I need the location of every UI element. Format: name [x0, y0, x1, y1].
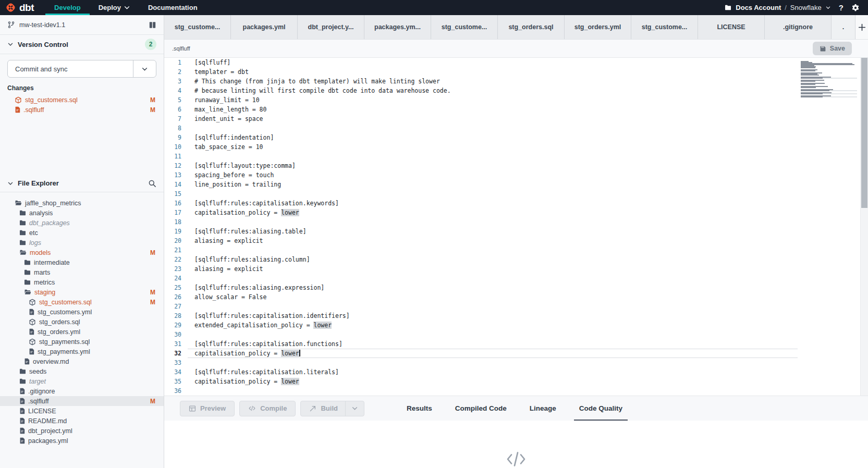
code-line-1[interactable]: 1[sqlfluff]	[164, 58, 868, 67]
tree-item-packages.yml[interactable]: packages.yml	[0, 436, 164, 446]
nav-item-develop[interactable]: Develop	[45, 0, 90, 15]
tree-item-models[interactable]: modelsM	[0, 248, 164, 257]
tree-item-.sqlfluff[interactable]: .sqlfluffM	[0, 396, 164, 406]
tree-item-.gitignore[interactable]: .gitignore	[0, 386, 164, 396]
tree-item-stg_customers.yml[interactable]: stg_customers.yml	[0, 307, 164, 317]
tree-item-stg_orders.yml[interactable]: stg_orders.yml	[0, 327, 164, 337]
code-line-13[interactable]: 13spacing_before = touch	[164, 170, 868, 180]
code-line-17[interactable]: 17capitalisation_policy = lower	[164, 208, 868, 217]
code-line-34[interactable]: 34[sqlfluff:rules:capitalisation.literal…	[164, 367, 868, 377]
code-line-14[interactable]: 14line_position = trailing	[164, 180, 868, 189]
tree-item-target[interactable]: target	[0, 376, 164, 386]
nav-item-deploy[interactable]: Deploy	[90, 0, 139, 15]
tree-item-logs[interactable]: logs	[0, 238, 164, 248]
code-line-15[interactable]: 15	[164, 189, 868, 199]
change-item[interactable]: .sqlfluffM	[0, 105, 164, 115]
nav-item-documentation[interactable]: Documentation	[139, 0, 206, 15]
code-line-31[interactable]: 31[sqlfluff:rules:capitalisation.functio…	[164, 339, 868, 349]
commit-options-chevron[interactable]	[133, 60, 156, 77]
version-control-header[interactable]: Version Control 2	[0, 35, 164, 54]
file-tab[interactable]: stg_orders.yml	[565, 15, 631, 39]
file-tab[interactable]: .	[832, 15, 855, 39]
code-line-7[interactable]: 7indent_unit = space	[164, 114, 868, 124]
code-line-23[interactable]: 23aliasing = explicit	[164, 264, 868, 274]
code-line-6[interactable]: 6max_line_length = 80	[164, 105, 868, 114]
code-line-11[interactable]: 11	[164, 152, 868, 161]
file-tab[interactable]: packages.ym...	[364, 15, 431, 39]
tree-item-analysis[interactable]: analysis	[0, 208, 164, 218]
compile-button[interactable]: Compile	[239, 401, 296, 416]
tree-item-jaffle_shop_metrics[interactable]: jaffle_shop_metrics	[0, 198, 164, 208]
settings-gear-icon[interactable]	[851, 4, 860, 12]
search-icon[interactable]	[148, 179, 156, 188]
code-line-16[interactable]: 16[sqlfluff:rules:capitalisation.keyword…	[164, 199, 868, 208]
file-explorer-header[interactable]: File Explorer	[0, 175, 164, 192]
code-line-5[interactable]: 5runaway_limit = 10	[164, 95, 868, 105]
file-tab[interactable]: stg_custome...	[631, 15, 698, 39]
help-button[interactable]: ?	[839, 3, 843, 12]
account-switcher[interactable]: Docs Account / Snowflake	[724, 4, 831, 11]
split-panes-icon[interactable]	[149, 21, 156, 29]
code-line-21[interactable]: 21	[164, 245, 868, 255]
code-line-20[interactable]: 20aliasing = explicit	[164, 236, 868, 245]
tree-item-stg_orders.sql[interactable]: stg_orders.sql	[0, 317, 164, 327]
file-tab[interactable]: stg_orders.sql	[498, 15, 565, 39]
tree-item-overview.md[interactable]: overview.md	[0, 356, 164, 366]
tree-item-staging[interactable]: stagingM	[0, 287, 164, 297]
code-line-33[interactable]: 33	[164, 358, 868, 367]
tree-item-LICENSE[interactable]: LICENSE	[0, 406, 164, 416]
code-line-22[interactable]: 22[sqlfluff:rules:aliasing.column]	[164, 255, 868, 264]
code-editor[interactable]: 1[sqlfluff]2templater = dbt3# This chang…	[164, 58, 868, 396]
tab-lineage[interactable]: Lineage	[518, 396, 568, 421]
change-item[interactable]: stg_customers.sqlM	[0, 95, 164, 105]
file-tab[interactable]: LICENSE	[698, 15, 765, 39]
tree-item-marts[interactable]: marts	[0, 267, 164, 277]
code-line-2[interactable]: 2templater = dbt	[164, 67, 868, 77]
tree-item-dbt_project.yml[interactable]: dbt_project.yml	[0, 426, 164, 436]
code-line-18[interactable]: 18	[164, 217, 868, 227]
tree-item-intermediate[interactable]: intermediate	[0, 257, 164, 267]
code-line-8[interactable]: 8	[164, 124, 868, 133]
build-button[interactable]: Build	[300, 401, 364, 416]
file-tab[interactable]: dbt_project.y...	[298, 15, 364, 39]
tree-item-README.md[interactable]: README.md	[0, 416, 164, 426]
commit-and-sync-button[interactable]: Commit and sync	[7, 60, 156, 78]
tree-item-dbt_packages[interactable]: dbt_packages	[0, 218, 164, 228]
code-line-9[interactable]: 9[sqlfluff:indentation]	[164, 133, 868, 142]
dbt-logo[interactable]: dbt	[0, 0, 45, 15]
save-button[interactable]: Save	[813, 42, 852, 55]
file-tab[interactable]: .gitignore	[765, 15, 832, 39]
tab-compiled-code[interactable]: Compiled Code	[444, 396, 518, 421]
code-line-28[interactable]: 28[sqlfluff:rules:capitalisation.identif…	[164, 311, 868, 321]
new-tab-button[interactable]	[858, 23, 866, 32]
scrollbar-thumb[interactable]	[861, 58, 867, 208]
code-line-35[interactable]: 35capitalisation_policy = lower	[164, 377, 868, 386]
code-line-27[interactable]: 27	[164, 302, 868, 311]
minimap[interactable]	[801, 61, 857, 98]
file-tab[interactable]: packages.yml	[231, 15, 298, 39]
code-line-26[interactable]: 26allow_scalar = False	[164, 292, 868, 302]
code-line-25[interactable]: 25[sqlfluff:rules:aliasing.expression]	[164, 283, 868, 292]
tree-item-etc[interactable]: etc	[0, 228, 164, 238]
preview-button[interactable]: Preview	[180, 401, 235, 416]
code-line-24[interactable]: 24	[164, 274, 868, 283]
code-line-30[interactable]: 30	[164, 330, 868, 339]
branch-selector[interactable]: mw-test-idev1.1	[0, 15, 164, 35]
file-tab[interactable]: stg_custome...	[431, 15, 498, 39]
build-options-chevron[interactable]	[345, 401, 364, 416]
tab-results[interactable]: Results	[395, 396, 444, 421]
editor-scrollbar[interactable]	[860, 58, 868, 396]
code-line-12[interactable]: 12[sqlfluff:layout:type:comma]	[164, 161, 868, 170]
code-line-32[interactable]: 32capitalisation_policy = lower	[164, 349, 868, 358]
code-line-29[interactable]: 29extended_capitalisation_policy = lower	[164, 321, 868, 330]
tree-item-seeds[interactable]: seeds	[0, 366, 164, 376]
code-line-3[interactable]: 3# This change (from jinja to dbt templa…	[164, 77, 868, 86]
tree-item-stg_payments.sql[interactable]: stg_payments.sql	[0, 337, 164, 347]
tree-item-stg_payments.yml[interactable]: stg_payments.yml	[0, 347, 164, 356]
tree-item-metrics[interactable]: metrics	[0, 277, 164, 287]
tree-item-stg_customers.sql[interactable]: stg_customers.sqlM	[0, 297, 164, 307]
tab-code-quality[interactable]: Code Quality	[568, 396, 634, 421]
code-line-4[interactable]: 4# because linting will first compile db…	[164, 86, 868, 95]
file-tab[interactable]: stg_custome...	[164, 15, 231, 39]
code-line-10[interactable]: 10tab_space_size = 10	[164, 142, 868, 152]
